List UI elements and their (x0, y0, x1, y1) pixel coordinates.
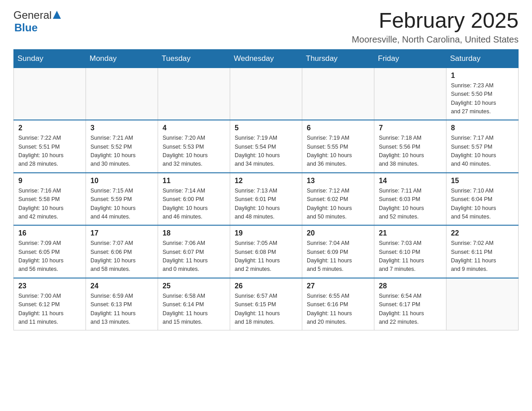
day-number: 26 (235, 282, 297, 290)
day-number: 2 (18, 124, 81, 132)
calendar-cell: 11Sunrise: 7:14 AMSunset: 6:00 PMDayligh… (158, 173, 230, 226)
calendar-cell: 10Sunrise: 7:15 AMSunset: 5:59 PMDayligh… (86, 173, 158, 226)
calendar-cell: 5Sunrise: 7:19 AMSunset: 5:54 PMDaylight… (230, 120, 302, 173)
day-info: Sunrise: 6:57 AMSunset: 6:15 PMDaylight:… (235, 292, 297, 327)
day-info: Sunrise: 6:59 AMSunset: 6:13 PMDaylight:… (90, 292, 153, 327)
calendar-cell: 2Sunrise: 7:22 AMSunset: 5:51 PMDaylight… (14, 120, 86, 173)
day-info: Sunrise: 7:11 AMSunset: 6:03 PMDaylight:… (379, 187, 442, 222)
day-number: 20 (307, 229, 369, 237)
calendar-cell: 17Sunrise: 7:07 AMSunset: 6:06 PMDayligh… (86, 225, 158, 278)
header-sunday: Sunday (14, 49, 86, 68)
day-number: 15 (451, 177, 514, 185)
day-info: Sunrise: 7:00 AMSunset: 6:12 PMDaylight:… (18, 292, 81, 327)
calendar-cell: 26Sunrise: 6:57 AMSunset: 6:15 PMDayligh… (230, 278, 302, 330)
title-area: February 2025 Mooresville, North Carolin… (352, 9, 519, 45)
calendar-cell: 8Sunrise: 7:17 AMSunset: 5:57 PMDaylight… (446, 120, 519, 173)
calendar-week-row: 9Sunrise: 7:16 AMSunset: 5:58 PMDaylight… (14, 173, 519, 226)
day-info: Sunrise: 7:14 AMSunset: 6:00 PMDaylight:… (163, 187, 225, 222)
calendar-cell: 22Sunrise: 7:02 AMSunset: 6:11 PMDayligh… (446, 225, 519, 278)
day-number: 24 (90, 282, 153, 290)
day-info: Sunrise: 7:07 AMSunset: 6:06 PMDaylight:… (90, 239, 153, 274)
calendar-table: Sunday Monday Tuesday Wednesday Thursday… (13, 49, 519, 331)
day-number: 21 (379, 229, 442, 237)
calendar-cell (302, 68, 374, 120)
calendar-cell (374, 68, 446, 120)
day-number: 23 (18, 282, 81, 290)
calendar-cell: 24Sunrise: 6:59 AMSunset: 6:13 PMDayligh… (86, 278, 158, 330)
day-info: Sunrise: 7:06 AMSunset: 6:07 PMDaylight:… (163, 239, 225, 274)
header-tuesday: Tuesday (158, 49, 230, 68)
calendar-cell: 1Sunrise: 7:23 AMSunset: 5:50 PMDaylight… (446, 68, 519, 120)
logo-blue-text: Blue (14, 21, 38, 34)
day-info: Sunrise: 7:05 AMSunset: 6:08 PMDaylight:… (235, 239, 297, 274)
header-saturday: Saturday (446, 49, 519, 68)
day-number: 12 (235, 177, 297, 185)
day-info: Sunrise: 7:23 AMSunset: 5:50 PMDaylight:… (451, 81, 514, 116)
svg-marker-0 (53, 11, 61, 19)
day-info: Sunrise: 7:17 AMSunset: 5:57 PMDaylight:… (451, 134, 514, 169)
calendar-header-row: Sunday Monday Tuesday Wednesday Thursday… (14, 49, 519, 68)
calendar-cell (158, 68, 230, 120)
day-info: Sunrise: 7:04 AMSunset: 6:09 PMDaylight:… (307, 239, 369, 274)
day-number: 10 (90, 177, 153, 185)
day-number: 13 (307, 177, 369, 185)
calendar-cell: 27Sunrise: 6:55 AMSunset: 6:16 PMDayligh… (302, 278, 374, 330)
calendar-cell: 20Sunrise: 7:04 AMSunset: 6:09 PMDayligh… (302, 225, 374, 278)
header-friday: Friday (374, 49, 446, 68)
calendar-week-row: 23Sunrise: 7:00 AMSunset: 6:12 PMDayligh… (14, 278, 519, 330)
day-info: Sunrise: 7:09 AMSunset: 6:05 PMDaylight:… (18, 239, 81, 274)
calendar-title: February 2025 (352, 9, 519, 33)
day-number: 5 (235, 124, 297, 132)
day-number: 8 (451, 124, 514, 132)
header: General Blue February 2025 Mooresville, … (13, 9, 519, 45)
calendar-cell: 18Sunrise: 7:06 AMSunset: 6:07 PMDayligh… (158, 225, 230, 278)
calendar-cell (86, 68, 158, 120)
day-number: 27 (307, 282, 369, 290)
day-info: Sunrise: 6:58 AMSunset: 6:14 PMDaylight:… (163, 292, 225, 327)
day-number: 1 (451, 72, 514, 80)
calendar-cell: 28Sunrise: 6:54 AMSunset: 6:17 PMDayligh… (374, 278, 446, 330)
day-info: Sunrise: 7:19 AMSunset: 5:54 PMDaylight:… (235, 134, 297, 169)
calendar-cell: 16Sunrise: 7:09 AMSunset: 6:05 PMDayligh… (14, 225, 86, 278)
day-info: Sunrise: 7:19 AMSunset: 5:55 PMDaylight:… (307, 134, 369, 169)
day-number: 4 (163, 124, 225, 132)
logo: General Blue (13, 9, 61, 34)
day-number: 28 (379, 282, 442, 290)
calendar-week-row: 1Sunrise: 7:23 AMSunset: 5:50 PMDaylight… (14, 68, 519, 120)
day-number: 22 (451, 229, 514, 237)
logo-general-text: General (13, 9, 51, 21)
day-info: Sunrise: 7:02 AMSunset: 6:11 PMDaylight:… (451, 239, 514, 274)
calendar-cell (230, 68, 302, 120)
calendar-cell: 15Sunrise: 7:10 AMSunset: 6:04 PMDayligh… (446, 173, 519, 226)
calendar-cell: 4Sunrise: 7:20 AMSunset: 5:53 PMDaylight… (158, 120, 230, 173)
calendar-cell (446, 278, 519, 330)
logo-triangle-icon (53, 11, 61, 19)
calendar-cell: 19Sunrise: 7:05 AMSunset: 6:08 PMDayligh… (230, 225, 302, 278)
calendar-subtitle: Mooresville, North Carolina, United Stat… (352, 34, 519, 45)
day-number: 17 (90, 229, 153, 237)
day-number: 18 (163, 229, 225, 237)
calendar-cell: 3Sunrise: 7:21 AMSunset: 5:52 PMDaylight… (86, 120, 158, 173)
calendar-cell: 23Sunrise: 7:00 AMSunset: 6:12 PMDayligh… (14, 278, 86, 330)
header-wednesday: Wednesday (230, 49, 302, 68)
calendar-cell: 9Sunrise: 7:16 AMSunset: 5:58 PMDaylight… (14, 173, 86, 226)
day-info: Sunrise: 7:13 AMSunset: 6:01 PMDaylight:… (235, 187, 297, 222)
day-number: 14 (379, 177, 442, 185)
day-number: 7 (379, 124, 442, 132)
day-number: 6 (307, 124, 369, 132)
day-info: Sunrise: 7:10 AMSunset: 6:04 PMDaylight:… (451, 187, 514, 222)
day-info: Sunrise: 7:20 AMSunset: 5:53 PMDaylight:… (163, 134, 225, 169)
calendar-week-row: 2Sunrise: 7:22 AMSunset: 5:51 PMDaylight… (14, 120, 519, 173)
calendar-cell: 25Sunrise: 6:58 AMSunset: 6:14 PMDayligh… (158, 278, 230, 330)
day-info: Sunrise: 7:15 AMSunset: 5:59 PMDaylight:… (90, 187, 153, 222)
calendar-cell: 6Sunrise: 7:19 AMSunset: 5:55 PMDaylight… (302, 120, 374, 173)
day-number: 9 (18, 177, 81, 185)
day-info: Sunrise: 7:03 AMSunset: 6:10 PMDaylight:… (379, 239, 442, 274)
day-number: 11 (163, 177, 225, 185)
calendar-cell: 13Sunrise: 7:12 AMSunset: 6:02 PMDayligh… (302, 173, 374, 226)
day-info: Sunrise: 7:22 AMSunset: 5:51 PMDaylight:… (18, 134, 81, 169)
day-number: 16 (18, 229, 81, 237)
day-info: Sunrise: 6:55 AMSunset: 6:16 PMDaylight:… (307, 292, 369, 327)
day-number: 3 (90, 124, 153, 132)
day-number: 25 (163, 282, 225, 290)
